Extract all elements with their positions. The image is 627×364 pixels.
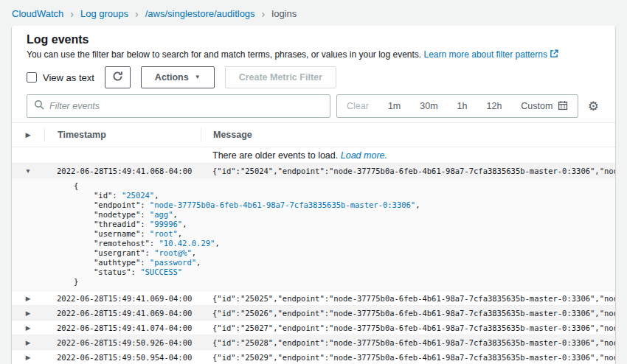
expand-all-icon[interactable]: ▶ — [26, 131, 31, 139]
time-range-group: Clear 1m 30m 1h 12h Custom — [336, 94, 578, 118]
custom-range-button[interactable]: Custom — [511, 95, 578, 117]
event-message: {"id":"25024","endpoint":"node-37775b0a-… — [201, 167, 615, 175]
event-timestamp: 2022-06-28T15:49:41.069-04:00 — [44, 294, 201, 303]
learn-more-text: Learn more about filter patterns — [424, 49, 547, 60]
event-message: {"id":"25026","endpoint":"node-37775b0a-… — [201, 309, 615, 318]
log-event-row[interactable]: ▶2022-06-28T15:49:41.069-04:00{"id":"250… — [12, 291, 615, 306]
log-event-row[interactable]: ▶2022-06-28T15:49:41.074-04:00{"id":"250… — [12, 321, 615, 335]
search-box[interactable] — [27, 94, 330, 118]
event-message: {"id":"25025","endpoint":"node-37775b0a-… — [201, 294, 615, 303]
event-timestamp: 2022-06-28T15:49:41.069-04:00 — [44, 309, 201, 318]
event-message: {"id":"25028","endpoint":"node-37775b0a-… — [201, 338, 615, 347]
view-as-text-checkbox[interactable] — [27, 72, 37, 83]
description-text: You can use the filter bar below to sear… — [27, 49, 421, 60]
log-events-card: Log events You can use the filter bar be… — [12, 26, 615, 364]
expand-row-icon[interactable]: ▶ — [26, 354, 31, 361]
older-events-text: There are older events to load. — [212, 150, 338, 161]
breadcrumb-chevron-icon: › — [262, 9, 266, 19]
settings-gear-icon[interactable]: ⚙ — [588, 100, 600, 113]
log-event-row[interactable]: ▶2022-06-28T15:49:41.069-04:00{"id":"250… — [12, 306, 615, 321]
expand-row-icon[interactable]: ▶ — [26, 295, 31, 302]
external-link-icon — [550, 49, 558, 60]
log-event-row[interactable]: ▶2022-06-28T15:49:50.954-04:00{"id":"250… — [12, 350, 615, 364]
create-metric-filter-button[interactable]: Create Metric Filter — [225, 66, 336, 88]
log-events-table: ▶ Timestamp Message There are older even… — [12, 122, 615, 364]
search-icon — [34, 99, 44, 113]
calendar-icon — [558, 100, 568, 113]
refresh-button[interactable] — [105, 66, 131, 88]
event-timestamp: 2022-06-28T15:49:50.954-04:00 — [44, 353, 201, 362]
learn-more-link[interactable]: Learn more about filter patterns — [424, 49, 558, 60]
filter-events-input[interactable] — [49, 101, 324, 111]
breadcrumb-chevron-icon: › — [70, 9, 74, 19]
event-message: {"id":"25027","endpoint":"node-37775b0a-… — [201, 323, 615, 332]
collapse-row-icon[interactable]: ▼ — [25, 167, 31, 175]
breadcrumb: CloudWatch›Log groups›/aws/singlestore/a… — [0, 0, 627, 26]
breadcrumb-item-2[interactable]: Log groups — [80, 8, 128, 19]
load-more-link[interactable]: Load more. — [341, 150, 387, 161]
event-timestamp: 2022-06-28T15:49:50.926-04:00 — [44, 338, 201, 347]
toolbar: View as text Actions ▼ Create Metric Fil… — [27, 66, 600, 88]
event-timestamp: 2022-06-28T15:49:41.068-04:00 — [44, 167, 201, 175]
actions-label: Actions — [155, 72, 189, 83]
breadcrumb-item-1[interactable]: CloudWatch — [12, 8, 63, 19]
older-events-row: There are older events to load. Load mor… — [12, 147, 615, 164]
expanded-event-json: {"id": "25024","endpoint": "node-37775b0… — [12, 178, 615, 291]
page-description: You can use the filter bar below to sear… — [27, 49, 600, 60]
filter-bar: Clear 1m 30m 1h 12h Custom ⚙ — [27, 94, 600, 118]
caret-down-icon: ▼ — [195, 74, 201, 80]
clear-range-button[interactable]: Clear — [337, 95, 378, 117]
range-1h-button[interactable]: 1h — [448, 95, 477, 117]
table-header: ▶ Timestamp Message — [12, 122, 615, 147]
expand-row-icon[interactable]: ▶ — [26, 324, 31, 332]
expand-row-icon[interactable]: ▶ — [26, 309, 31, 317]
log-event-row[interactable]: ▼2022-06-28T15:49:41.068-04:00{"id":"250… — [12, 164, 615, 178]
message-column-header[interactable]: Message — [201, 127, 615, 142]
timestamp-column-header[interactable]: Timestamp — [44, 127, 201, 142]
expand-row-icon[interactable]: ▶ — [26, 339, 31, 346]
range-1m-button[interactable]: 1m — [378, 95, 410, 117]
range-30m-button[interactable]: 30m — [410, 95, 447, 117]
breadcrumb-chevron-icon: › — [135, 9, 139, 19]
range-12h-button[interactable]: 12h — [477, 95, 511, 117]
table-body: ▼2022-06-28T15:49:41.068-04:00{"id":"250… — [12, 164, 615, 364]
event-message: {"id":"25029","endpoint":"node-37775b0a-… — [201, 353, 615, 362]
breadcrumb-item-3[interactable]: /aws/singlestore/auditlogs — [145, 8, 255, 19]
refresh-icon — [112, 71, 123, 84]
log-event-row[interactable]: ▶2022-06-28T15:49:50.926-04:00{"id":"250… — [12, 335, 615, 350]
view-as-text-toggle[interactable]: View as text — [27, 72, 94, 83]
actions-button[interactable]: Actions ▼ — [141, 66, 215, 88]
card-header: Log events You can use the filter bar be… — [12, 26, 615, 122]
create-metric-filter-label: Create Metric Filter — [239, 72, 322, 83]
custom-range-label: Custom — [521, 101, 552, 111]
page-title: Log events — [27, 33, 600, 46]
event-timestamp: 2022-06-28T15:49:41.074-04:00 — [44, 323, 201, 332]
view-as-text-label: View as text — [43, 72, 94, 83]
breadcrumb-item-4: logins — [271, 8, 297, 19]
